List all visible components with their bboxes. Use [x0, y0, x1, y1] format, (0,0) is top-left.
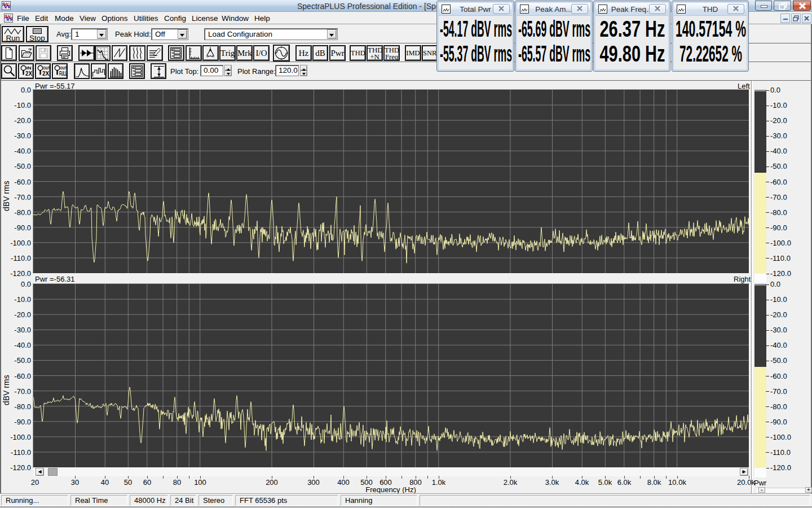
svg-text:2X: 2X [42, 71, 49, 77]
svg-text:-55.37 dBV rms: -55.37 dBV rms [440, 45, 512, 66]
svg-text:2X: 2X [25, 71, 32, 77]
svg-text:Run: Run [6, 34, 20, 42]
svg-text:-65.69 dBV rms: -65.69 dBV rms [518, 20, 590, 41]
svg-text:26.37 Hz: 26.37 Hz [600, 20, 665, 41]
svg-text:-54.17 dBV rms: -54.17 dBV rms [440, 20, 512, 41]
svg-text:72.22652 %: 72.22652 % [679, 45, 742, 66]
svg-text:FULL: FULL [59, 71, 67, 77]
svg-text:140.57154 %: 140.57154 % [676, 20, 746, 41]
svg-text:Stop: Stop [29, 34, 45, 42]
svg-text:-65.57 dBV rms: -65.57 dBV rms [518, 45, 590, 66]
svg-text:49.80 Hz: 49.80 Hz [600, 45, 665, 66]
